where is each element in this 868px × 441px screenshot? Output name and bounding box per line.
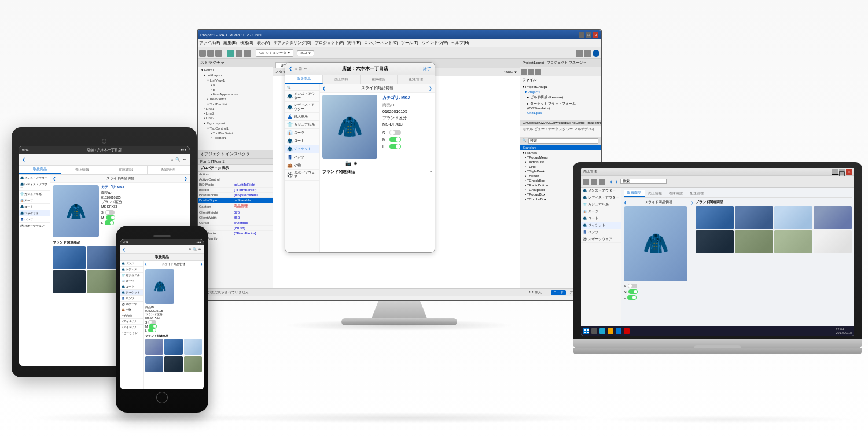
win-tb-open[interactable] <box>591 179 597 185</box>
ws-coat[interactable]: 🧥 コート <box>581 215 621 222</box>
wr-6[interactable] <box>735 230 773 253</box>
win-tb-new[interactable] <box>583 179 589 185</box>
ws-jacket[interactable]: 🧥 ジャケット <box>581 222 621 229</box>
object-selector[interactable]: Form1 [TForm1] <box>198 159 273 165</box>
nav-delivery[interactable]: 配送管理 <box>398 75 435 84</box>
camera-icon[interactable]: 📷 <box>345 161 351 166</box>
wr-4[interactable] <box>814 206 852 229</box>
p-coat[interactable]: 🧥 コート <box>120 284 143 290</box>
search-field[interactable]: 検索 <box>528 138 598 144</box>
tree-line1[interactable]: • Line1 <box>198 106 273 111</box>
t-l-toggle[interactable] <box>105 220 114 225</box>
p-item2[interactable]: • アイテム2 <box>120 325 143 330</box>
tablet-home[interactable] <box>102 139 106 144</box>
home-btn[interactable]: ⌂ <box>295 67 297 71</box>
t-pants[interactable]: 👖 パンツ <box>19 216 50 223</box>
p-rel-2[interactable] <box>164 339 182 355</box>
taskbar-ie[interactable] <box>599 328 605 334</box>
p-ladies[interactable]: 🧥 レディス <box>120 267 143 273</box>
t-mens[interactable]: 🧥 メンズ・アウター <box>19 175 50 181</box>
toolbar-pause[interactable] <box>236 50 242 57</box>
wr-7[interactable] <box>774 230 812 253</box>
tree-rightlayout[interactable]: ▾ RightLayout <box>198 120 273 126</box>
wr-3[interactable] <box>774 206 812 229</box>
menu-view[interactable]: 表示(V) <box>257 41 270 46</box>
p-jacket[interactable]: 🧥 ジャケット <box>120 290 143 296</box>
p-l-toggle[interactable] <box>148 328 156 332</box>
taskbar-app[interactable] <box>624 328 630 334</box>
wr-1[interactable] <box>696 206 734 229</box>
project-manager-tab[interactable]: Project1.dproj - プロジェクト マネージャ <box>523 60 586 65</box>
t-coat[interactable]: 🧥 コート <box>19 204 50 210</box>
tree-toolbar1[interactable]: • ToolBar1 <box>198 135 273 140</box>
sidebar-pants[interactable]: 👖パンツ <box>285 153 319 161</box>
win-start-button[interactable] <box>583 328 589 334</box>
sidebar-ladies-wear[interactable]: 👗婦人服系 <box>285 113 319 121</box>
bookmark-btn[interactable]: ⊡ <box>299 67 302 71</box>
p-item1[interactable]: • アイテム1 <box>120 319 143 325</box>
tree-toolbardetail[interactable]: • ToolBarDetail <box>198 131 273 135</box>
close-button[interactable]: ✕ <box>593 32 598 38</box>
win-close[interactable]: ✕ <box>846 169 852 175</box>
wn-stock[interactable]: 在庫確認 <box>665 190 686 197</box>
tree-b[interactable]: • b <box>198 87 273 92</box>
phone-home-icon[interactable]: ⌂ <box>189 247 191 251</box>
wn-products[interactable]: 取扱商品 <box>624 190 645 197</box>
wn-sales[interactable]: 売上情報 <box>645 190 665 197</box>
t-suit[interactable]: 👔 スーツ <box>19 197 50 204</box>
win-maximize[interactable]: □ <box>839 169 845 175</box>
toolbar-open[interactable] <box>207 50 214 57</box>
t-jacket[interactable]: 🧥 ジャケット <box>19 210 50 216</box>
device-selector[interactable]: iPad ▼ <box>297 50 314 56</box>
project1-node[interactable]: ▾ Project1 <box>520 89 601 94</box>
p-prev[interactable]: ❮ <box>145 262 147 266</box>
p-next[interactable]: ❯ <box>200 262 203 266</box>
compose-btn[interactable]: ✏ <box>304 67 307 71</box>
prev-slide[interactable]: ❮ <box>322 86 326 91</box>
tree-form1[interactable]: ▾ Form1 <box>198 67 273 72</box>
menu-project[interactable]: プロジェクト(P) <box>315 41 344 46</box>
pm-remove[interactable] <box>535 69 541 75</box>
win-tb-save[interactable] <box>599 179 605 185</box>
taskbar-edge[interactable] <box>616 328 621 334</box>
p-rel-4[interactable] <box>145 356 163 372</box>
menu-run[interactable]: 実行(R) <box>347 41 361 46</box>
sidebar-mens[interactable]: 🧥メンズ・アウター <box>285 91 319 102</box>
tab-code[interactable]: コード <box>551 290 566 295</box>
toolbar-back[interactable] <box>576 50 583 57</box>
tree-appearance[interactable]: • ItemAppearance <box>198 92 273 97</box>
tablet-nav-stock[interactable]: 在庫確認 <box>104 166 148 174</box>
wr-5[interactable] <box>696 230 734 253</box>
sidebar-jacket[interactable]: 🧥ジャケット <box>285 145 319 153</box>
toolbar-save[interactable] <box>215 50 222 57</box>
standard-item[interactable]: Standard <box>520 145 601 150</box>
p-s-toggle[interactable] <box>148 320 156 324</box>
pm-add[interactable] <box>528 69 534 75</box>
tree-leftlayout[interactable]: ▾ LeftLayout <box>198 72 273 78</box>
menu-component[interactable]: コンポーネント(C) <box>364 41 398 46</box>
menu-refactor[interactable]: リファクタリング(O) <box>273 41 311 46</box>
ws-mens[interactable]: 🧥 メンズ・アウター <box>581 188 621 194</box>
p-acc[interactable]: 👜 小物 <box>120 307 143 313</box>
tablet-nav-delivery[interactable]: 配送管理 <box>148 166 190 174</box>
close-app-btn[interactable]: 終了 <box>423 66 431 72</box>
size-s-toggle[interactable] <box>389 130 401 135</box>
tablet-edit-icon[interactable]: ✏ <box>183 157 186 162</box>
p-suit[interactable]: 👔 スーツ <box>120 278 143 284</box>
toolbar-stop[interactable] <box>244 50 251 57</box>
menu-tools[interactable]: ツール(T) <box>401 41 418 46</box>
tree-treeview3[interactable]: • TreeView3 <box>198 97 273 101</box>
back-btn[interactable]: ❮ <box>289 66 293 71</box>
toolbar-forward[interactable] <box>584 50 591 57</box>
zoom-control[interactable]: 100% ▼ <box>504 71 517 74</box>
next-slide[interactable]: ❯ <box>429 86 432 91</box>
tree-line3[interactable]: • Line3 <box>198 116 273 120</box>
p-rel-1[interactable] <box>145 339 163 355</box>
ws-sports[interactable]: ⚽ スポーツウェア <box>581 236 621 243</box>
win-tb-back[interactable]: ❮ <box>610 179 613 183</box>
maximize-button[interactable]: □ <box>586 32 591 38</box>
win-search[interactable]: 検索... <box>620 179 667 184</box>
tablet-home-icon[interactable]: ⌂ <box>171 157 173 162</box>
add-icon[interactable]: ⊕ <box>354 161 358 166</box>
p-item3[interactable]: • ヒービョン <box>120 330 143 336</box>
